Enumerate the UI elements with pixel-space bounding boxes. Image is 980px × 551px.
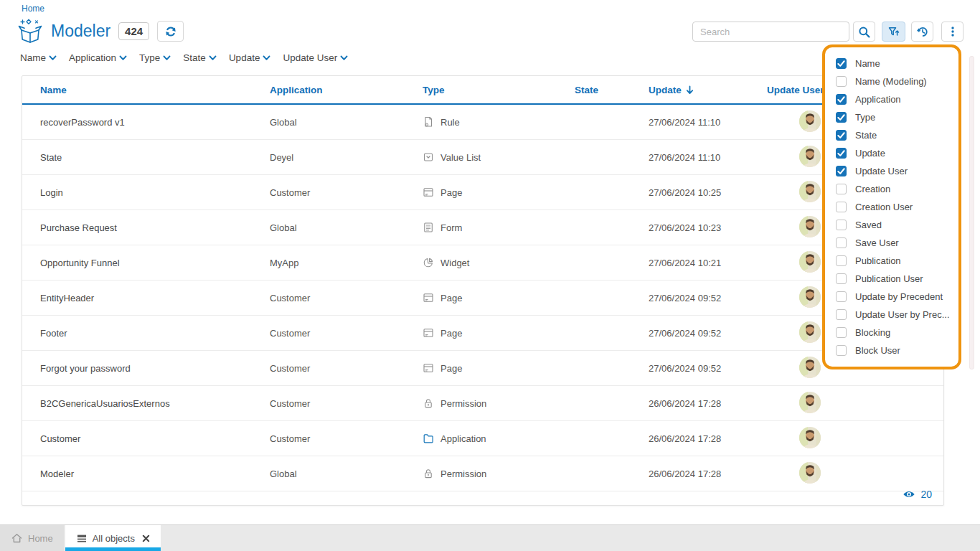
- cell-name: Forgot your password: [40, 363, 270, 374]
- table-row[interactable]: EntityHeader Customer Page 27/06/2024 09…: [22, 281, 943, 316]
- table-row[interactable]: Purchase Request Global Form 27/06/2024 …: [22, 210, 943, 245]
- checkbox[interactable]: [836, 148, 847, 159]
- breadcrumb-home-link[interactable]: Home: [22, 4, 44, 14]
- checkbox[interactable]: [836, 94, 847, 105]
- filter-chip[interactable]: State: [183, 52, 217, 63]
- table-row[interactable]: State Deyel Value List 27/06/2024 11:10: [22, 140, 943, 175]
- tab-label: All objects: [93, 533, 135, 544]
- checkbox[interactable]: [836, 255, 847, 266]
- cell-name: B2CGenericaUsuariosExternos: [40, 398, 270, 409]
- page-icon: [423, 327, 434, 339]
- cell-application: Customer: [270, 363, 423, 374]
- more-options-button[interactable]: [941, 22, 963, 42]
- column-picker-item[interactable]: Saved: [836, 216, 958, 234]
- bottom-tab-bar: Home All objects: [0, 524, 980, 551]
- filter-chip[interactable]: Name: [20, 52, 57, 63]
- table-row[interactable]: Opportunity Funnel MyApp Widget 27/06/20…: [22, 245, 943, 281]
- column-header[interactable]: Name: [40, 85, 270, 95]
- bottom-tab[interactable]: All objects: [65, 525, 161, 551]
- column-picker-label: Name (Modeling): [855, 76, 927, 87]
- filter-chip[interactable]: Update User: [283, 52, 348, 63]
- column-picker-item[interactable]: Save User: [836, 234, 958, 252]
- cell-application: Global: [270, 468, 423, 479]
- user-avatar: [799, 251, 821, 273]
- type-label: Permission: [440, 398, 486, 409]
- search-icon: [858, 26, 870, 38]
- checkbox[interactable]: [836, 130, 847, 141]
- refresh-button[interactable]: [157, 21, 184, 42]
- column-picker-item[interactable]: Publication: [836, 252, 958, 270]
- history-button[interactable]: [911, 22, 933, 42]
- checkbox[interactable]: [836, 166, 847, 176]
- column-picker-item[interactable]: Name: [836, 55, 958, 72]
- checkbox[interactable]: [836, 327, 847, 338]
- column-picker-item[interactable]: Update by Precedent: [836, 288, 958, 306]
- page-icon: [423, 362, 434, 374]
- table-row[interactable]: Forgot your password Customer Page 27/06…: [22, 351, 943, 386]
- table-row[interactable]: recoverPassword v1 Global Rule 27/06/202…: [22, 105, 943, 140]
- cell-state: [575, 328, 649, 339]
- checkbox[interactable]: [836, 291, 847, 302]
- column-header[interactable]: Update: [649, 85, 767, 95]
- column-picker-item[interactable]: Blocking: [836, 324, 958, 342]
- table-row[interactable]: Customer Customer Application 26/06/2024…: [22, 421, 943, 456]
- cell-state: [575, 152, 649, 163]
- filter-chip-label: Name: [20, 52, 46, 63]
- column-picker-item[interactable]: Update User by Prec...: [836, 306, 958, 324]
- rule-icon: [423, 116, 434, 128]
- table-row[interactable]: Modeler Global Permission 26/06/2024 17:…: [22, 456, 943, 491]
- close-icon[interactable]: [142, 534, 150, 542]
- cell-update: 27/06/2024 09:52: [649, 328, 767, 339]
- visible-count-value: 20: [920, 489, 932, 500]
- column-picker-item[interactable]: State: [836, 126, 958, 144]
- cell-update-user: [767, 462, 943, 486]
- table-row[interactable]: B2CGenericaUsuariosExternos Customer Per…: [22, 386, 943, 421]
- column-picker-item[interactable]: Application: [836, 90, 958, 108]
- table-row[interactable]: Footer Customer Page 27/06/2024 09:52: [22, 316, 943, 351]
- filter-chip[interactable]: Type: [139, 52, 171, 63]
- checkbox[interactable]: [836, 112, 847, 123]
- cell-update: 26/06/2024 17:28: [649, 468, 767, 479]
- cell-update: 27/06/2024 10:21: [649, 258, 767, 268]
- column-header[interactable]: Type: [423, 85, 575, 95]
- cell-type: Page: [423, 327, 575, 339]
- column-picker-item[interactable]: Type: [836, 108, 958, 126]
- column-header[interactable]: State: [575, 85, 649, 95]
- checkbox[interactable]: [836, 184, 847, 194]
- column-picker-item[interactable]: Update: [836, 144, 958, 162]
- bottom-tab[interactable]: Home: [0, 525, 64, 551]
- column-picker-item[interactable]: Creation: [836, 180, 958, 198]
- user-avatar: [799, 146, 821, 167]
- widget-icon: [423, 257, 434, 268]
- column-picker-item[interactable]: Name (Modeling): [836, 72, 958, 90]
- filter-chip[interactable]: Application: [69, 52, 127, 63]
- checkbox[interactable]: [836, 202, 847, 212]
- cell-name: Purchase Request: [40, 222, 270, 233]
- table-row[interactable]: Login Customer Page 27/06/2024 10:25: [22, 175, 943, 210]
- checkbox[interactable]: [836, 273, 847, 284]
- checkbox[interactable]: [836, 76, 847, 87]
- checkbox[interactable]: [836, 58, 847, 69]
- filter-chip[interactable]: Update: [229, 52, 271, 63]
- funnel-up-icon: [887, 26, 900, 37]
- column-picker-item[interactable]: Publication User: [836, 270, 958, 288]
- cell-update: 27/06/2024 11:10: [649, 117, 767, 128]
- column-picker-panel: Name Name (Modeling) Application Type: [822, 44, 961, 369]
- check-icon: [837, 96, 845, 103]
- cell-update: 27/06/2024 10:23: [649, 222, 767, 233]
- checkbox[interactable]: [836, 237, 847, 248]
- column-picker-label: State: [855, 130, 877, 141]
- column-header[interactable]: Application: [270, 85, 423, 95]
- column-picker-item[interactable]: Creation User: [836, 198, 958, 216]
- search-input[interactable]: [692, 22, 849, 42]
- checkbox[interactable]: [836, 309, 847, 320]
- visible-count-control[interactable]: 20: [903, 489, 943, 505]
- column-picker-item[interactable]: Block User: [836, 342, 958, 359]
- column-picker-scrollbar[interactable]: [969, 56, 974, 369]
- column-filter-button[interactable]: [882, 22, 905, 42]
- checkbox[interactable]: [836, 345, 847, 356]
- checkbox[interactable]: [836, 220, 847, 230]
- toolbar: [692, 22, 963, 42]
- column-picker-item[interactable]: Update User: [836, 162, 958, 180]
- search-button[interactable]: [853, 22, 875, 42]
